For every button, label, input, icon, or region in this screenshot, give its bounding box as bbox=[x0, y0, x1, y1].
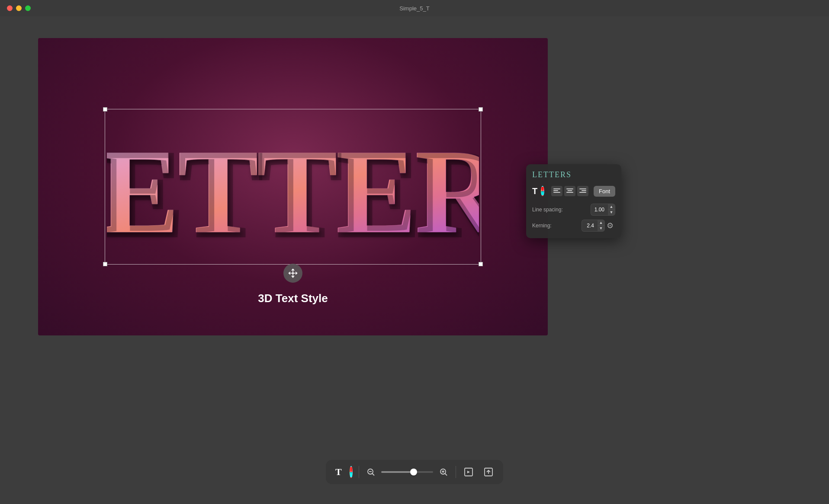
line-spacing-row: Line spacing: 1.00 ▲ ▼ bbox=[532, 204, 615, 216]
svg-line-13 bbox=[372, 474, 374, 476]
panel-preview-text: Letters bbox=[532, 170, 615, 179]
letters-svg: LETTERS LETTERS bbox=[107, 115, 479, 258]
letters-container: LETTERS LETTERS bbox=[105, 109, 481, 265]
kerning-label: Kerning: bbox=[532, 223, 552, 229]
svg-line-16 bbox=[445, 474, 447, 476]
color-wheel-toolbar[interactable] bbox=[350, 466, 353, 478]
svg-rect-8 bbox=[566, 192, 573, 193]
preview-button[interactable] bbox=[462, 465, 476, 479]
line-spacing-value: 1.00 bbox=[591, 205, 608, 214]
zoom-in-button[interactable] bbox=[437, 466, 450, 478]
move-icon bbox=[283, 264, 302, 283]
titlebar: Simple_5_T bbox=[0, 0, 829, 16]
align-center-button[interactable] bbox=[564, 186, 575, 196]
settings-gear-button[interactable]: ⚙ bbox=[605, 219, 615, 232]
svg-rect-3 bbox=[553, 188, 560, 189]
svg-rect-9 bbox=[579, 188, 586, 189]
text-tool-label: T bbox=[335, 466, 342, 478]
text-tool-icon[interactable]: T bbox=[532, 185, 537, 198]
color-wheel-panel[interactable] bbox=[541, 186, 544, 196]
minimize-button[interactable] bbox=[16, 6, 22, 11]
svg-text:LETTERS: LETTERS bbox=[107, 127, 479, 258]
right-panel: Letters T Font Line spacing: 1.00 bbox=[526, 164, 621, 238]
svg-rect-10 bbox=[582, 190, 586, 191]
zoom-slider[interactable] bbox=[381, 471, 433, 473]
kerning-row: Kerning: 2.4 ▲ ▼ ⚙ bbox=[532, 219, 615, 232]
window-controls bbox=[7, 6, 31, 11]
svg-rect-11 bbox=[579, 192, 586, 193]
zoom-out-button[interactable] bbox=[365, 466, 377, 478]
svg-rect-7 bbox=[567, 190, 572, 191]
svg-point-2 bbox=[292, 272, 294, 274]
zoom-controls bbox=[365, 466, 450, 478]
svg-rect-4 bbox=[553, 190, 558, 191]
export-button[interactable] bbox=[482, 465, 495, 479]
selected-object[interactable]: LETTERS LETTERS bbox=[105, 109, 481, 265]
canvas-area: LETTERS LETTERS 3D Text Style bbox=[38, 38, 548, 335]
font-button[interactable]: Font bbox=[594, 186, 615, 197]
line-spacing-up[interactable]: ▲ bbox=[608, 204, 615, 210]
window-title: Simple_5_T bbox=[399, 5, 429, 12]
svg-rect-5 bbox=[553, 192, 560, 193]
bottom-toolbar: T bbox=[326, 460, 503, 484]
kerning-spinner[interactable]: 2.4 ▲ ▼ bbox=[582, 220, 605, 232]
close-button[interactable] bbox=[7, 6, 13, 11]
align-group bbox=[551, 186, 588, 196]
align-right-button[interactable] bbox=[577, 186, 588, 196]
kerning-up[interactable]: ▲ bbox=[598, 220, 604, 226]
text-tool-button[interactable]: T bbox=[334, 465, 344, 479]
line-spacing-down[interactable]: ▼ bbox=[608, 210, 615, 215]
kerning-down[interactable]: ▼ bbox=[598, 226, 604, 231]
kerning-inner-row: Kerning: 2.4 ▲ ▼ bbox=[532, 220, 605, 232]
align-left-button[interactable] bbox=[551, 186, 562, 196]
svg-rect-6 bbox=[566, 188, 573, 189]
line-spacing-label: Line spacing: bbox=[532, 207, 563, 213]
line-spacing-arrows: ▲ ▼ bbox=[608, 204, 615, 215]
kerning-arrows: ▲ ▼ bbox=[598, 220, 604, 231]
kerning-value: 2.4 bbox=[582, 221, 598, 230]
panel-icons-row: T Font bbox=[532, 185, 615, 198]
canvas-caption: 3D Text Style bbox=[258, 292, 328, 305]
line-spacing-spinner[interactable]: 1.00 ▲ ▼ bbox=[591, 204, 615, 216]
maximize-button[interactable] bbox=[25, 6, 31, 11]
